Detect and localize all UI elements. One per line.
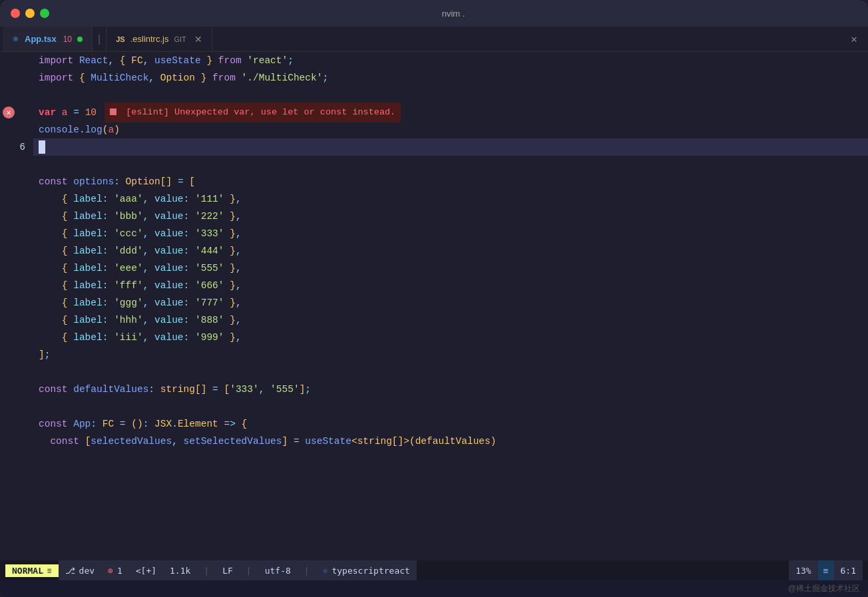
c2: : [184, 190, 190, 208]
p47 [154, 381, 160, 398]
brace-close-1: } [206, 52, 212, 69]
status-icon-glyph: ≡ [823, 566, 829, 576]
brace-open-1: { [120, 52, 126, 69]
plain-6 [212, 52, 218, 69]
status-buffer: <[+] [129, 560, 163, 580]
plain-3 [126, 52, 132, 69]
dv-333: '333' [230, 381, 259, 398]
ts-icon: ⚛ [323, 566, 328, 576]
value-prop-9: value [154, 329, 184, 346]
assign-3: = [212, 381, 218, 398]
p3 [148, 190, 154, 208]
sq-close-3: ] [282, 433, 288, 450]
p35 [224, 294, 230, 311]
close-button[interactable] [11, 9, 20, 18]
status-position: 6:1 [834, 560, 863, 580]
line-8 [0, 173, 33, 190]
sq-close: ] [39, 346, 45, 363]
value-prop-2: value [154, 208, 184, 225]
c16: : [184, 311, 190, 329]
cb5: { [62, 225, 68, 242]
fc-type: FC [131, 52, 142, 69]
tab-eslintrc[interactable]: JS .eslintrc.js GIT ✕ [107, 27, 212, 51]
tab-name-eslint: .eslintrc.js [130, 34, 169, 44]
cm1: , [143, 190, 149, 208]
code-line-10: { label : 'bbb' , value : '222' } , [33, 208, 868, 225]
cb13: { [62, 294, 68, 311]
p52 [97, 415, 103, 433]
s-fff: 'fff' [114, 277, 143, 294]
string-type: string [160, 381, 195, 398]
kw-var: var [39, 104, 56, 121]
paren-close-1: ) [114, 121, 120, 138]
p34 [189, 294, 195, 311]
tab-app-tsx[interactable]: ⚛ App.tsx 10 [3, 27, 93, 51]
cb18: } [230, 329, 236, 346]
from-kw-1: from [218, 52, 242, 69]
p30 [224, 277, 230, 294]
cm14: , [236, 294, 242, 311]
tab-close-right[interactable]: ✕ [843, 27, 865, 51]
code-line-3 [33, 87, 868, 104]
cm10: , [236, 260, 242, 277]
plain-12 [206, 69, 212, 87]
cm4: , [236, 208, 242, 225]
maximize-button[interactable] [40, 9, 49, 18]
line-22 [0, 415, 33, 433]
label-prop-9: label [73, 329, 103, 346]
p49 [218, 381, 224, 398]
code-content: import React , { FC , useState } from 'r… [33, 52, 868, 560]
brace-open-2: { [79, 69, 85, 87]
error-square-icon [110, 108, 116, 115]
selected-values-name: selectedValues [91, 433, 172, 450]
c8: : [184, 242, 190, 260]
s-bbb: 'bbb' [114, 208, 143, 225]
i3 [39, 225, 62, 242]
buffer-label: <[+] [136, 566, 156, 576]
sq-close-2: ] [300, 381, 306, 398]
kw-const-3: const [39, 415, 68, 433]
line-3 [0, 87, 33, 104]
sq-open-2: [ [224, 381, 230, 398]
set-selected-name: setSelectedValues [184, 433, 282, 450]
p17 [108, 242, 114, 260]
plain-1 [73, 52, 79, 69]
kw-const-2: const [39, 381, 68, 398]
tab-count: 10 [63, 35, 72, 44]
kw-import-2: import [39, 69, 73, 87]
p53 [114, 415, 120, 433]
s-999: '999' [195, 329, 224, 346]
tab-close-eslint[interactable]: ✕ [194, 34, 202, 45]
watermark-text: @稀土掘金技术社区 [788, 584, 860, 593]
c7: : [103, 242, 108, 260]
plain-5 [201, 52, 207, 69]
s-333: '333' [195, 225, 224, 242]
p56 [218, 415, 224, 433]
plain-20 [184, 173, 190, 190]
log-fn: log [85, 121, 103, 138]
status-lf: LF [216, 560, 240, 580]
s-222: '222' [195, 208, 224, 225]
minimize-button[interactable] [25, 9, 35, 18]
label-prop-4: label [73, 242, 103, 260]
p10 [224, 208, 230, 225]
plain-17 [68, 173, 74, 190]
usestate-call: useState [305, 433, 351, 450]
i2 [39, 208, 62, 225]
comma-2: , [143, 52, 149, 69]
code-line-2: import { MultiCheck , Option } from './M… [33, 69, 868, 87]
cb11: { [62, 277, 68, 294]
kw-const-4: const [50, 433, 79, 450]
code-line-15: { label : 'ggg' , value : '777' } , [33, 294, 868, 311]
option-type: Option [160, 69, 195, 87]
p39 [189, 311, 195, 329]
dot-2: . [172, 415, 178, 433]
i4 [39, 242, 62, 260]
semi-2: ; [322, 69, 328, 87]
p28 [148, 277, 154, 294]
cm13: , [143, 294, 149, 311]
cm17: , [143, 329, 149, 346]
status-filetype: ⚛ typescriptreact [316, 560, 417, 580]
code-line-22: const App : FC = ( ) : JSX . Element => [33, 415, 868, 433]
c12: : [184, 277, 190, 294]
